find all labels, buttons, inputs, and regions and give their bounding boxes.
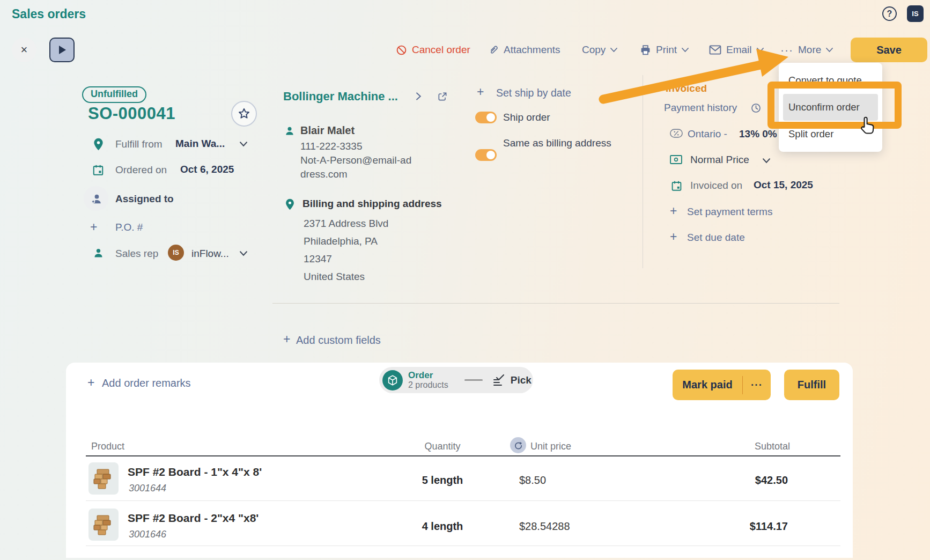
address-line: United States (304, 268, 388, 285)
star-icon (238, 107, 250, 120)
invoiced-on-value[interactable]: Oct 15, 2025 (754, 179, 813, 191)
sales-rep-value[interactable]: inFlow... (191, 248, 229, 260)
user-avatar[interactable]: IS (907, 5, 924, 22)
set-payment-terms-link[interactable]: Set payment terms (687, 206, 772, 218)
stage-connector (464, 379, 483, 381)
attachments-button[interactable]: Attachments (488, 38, 560, 62)
col-header-quantity: Quantity (400, 441, 485, 452)
highlight-rectangle-annotation (767, 82, 902, 129)
col-header-product: Product (91, 441, 124, 452)
email-button[interactable]: Email (709, 38, 764, 62)
chevron-down-icon[interactable] (240, 251, 247, 256)
plus-icon: + (90, 221, 97, 233)
refresh-price-button[interactable] (510, 437, 526, 453)
address-line: 2371 Address Blvd (304, 215, 388, 232)
plus-icon: + (477, 86, 484, 98)
play-icon (58, 45, 67, 55)
invoiced-on-label: Invoiced on (690, 180, 742, 191)
header-underline (86, 455, 840, 456)
payment-history-link[interactable]: Payment history (664, 102, 737, 114)
close-button[interactable]: × (12, 38, 36, 62)
ship-order-toggle[interactable] (475, 112, 497, 123)
quantity-cell[interactable]: 4 length (400, 520, 485, 533)
stage-pick[interactable]: Pick (511, 374, 532, 386)
product-name[interactable]: SPF #2 Board - 1"x 4"x 8' (128, 466, 262, 478)
column-divider (643, 75, 643, 268)
product-sku: 3001644 (129, 483, 166, 494)
ship-order-label: Ship order (503, 112, 550, 123)
section-divider (272, 303, 839, 304)
ellipsis-icon: ··· (780, 43, 793, 56)
favorite-button[interactable] (231, 101, 257, 127)
po-number-link[interactable]: P.O. # (115, 222, 143, 233)
contact-phone: 111-222-3335 (300, 139, 363, 153)
ordered-on-value[interactable]: Oct 6, 2025 (180, 164, 234, 175)
mark-paid-more-button[interactable]: ··· (743, 379, 771, 391)
close-icon: × (21, 43, 28, 57)
same-as-billing-label: Same as billing address (503, 137, 611, 149)
tax-scheme-link[interactable]: Ontario - (688, 128, 727, 140)
fulfill-button[interactable]: Fulfill (784, 370, 839, 400)
row-divider (86, 546, 840, 546)
clock-icon (751, 103, 761, 113)
unit-price-cell[interactable]: $28.54288 (519, 520, 570, 533)
mark-paid-button[interactable]: Mark paid ··· (673, 370, 771, 400)
stage-order[interactable]: Order 2 products (408, 370, 448, 390)
chevron-right-icon[interactable] (416, 92, 422, 100)
package-icon (382, 370, 403, 390)
customer-name[interactable]: Bollinger Machine ... (283, 90, 398, 104)
invoiced-status: Invoiced (666, 83, 707, 94)
plus-icon: + (670, 231, 677, 243)
ordered-on-label: Ordered on (115, 164, 167, 176)
page-title: Sales orders (12, 7, 86, 21)
chevron-down-icon[interactable] (240, 142, 247, 147)
assigned-to-button[interactable] (84, 186, 108, 211)
plus-icon: + (87, 377, 94, 389)
unit-price-cell[interactable]: $8.50 (519, 474, 546, 487)
printer-icon (640, 45, 651, 56)
product-thumbnail (88, 509, 119, 541)
help-button[interactable]: ? (882, 6, 897, 21)
contact-email: Not-A-Person@email-address.com (300, 153, 412, 181)
address-title: Billing and shipping address (302, 198, 442, 210)
order-progress-bar: Order 2 products Pick (379, 367, 533, 393)
add-order-remarks-link[interactable]: Add order remarks (102, 377, 191, 389)
address-line: Philadelphia, PA (304, 232, 388, 250)
location-pin-icon (285, 198, 295, 212)
cancel-order-button[interactable]: Cancel order (396, 38, 470, 62)
pricing-scheme[interactable]: Normal Price (690, 154, 749, 166)
play-button[interactable] (49, 38, 75, 62)
address-line: 12347 (304, 250, 388, 268)
chevron-down-icon[interactable] (763, 158, 770, 164)
person-plus-icon (90, 193, 102, 205)
fulfill-from-value[interactable]: Main Wa... (175, 138, 225, 150)
print-button[interactable]: Print (640, 38, 689, 62)
col-header-unit-price: Unit price (530, 441, 571, 452)
lumber-image (92, 466, 115, 491)
copy-button[interactable]: Copy (582, 38, 617, 62)
plus-icon: + (670, 205, 677, 217)
paperclip-icon (488, 44, 499, 56)
envelope-icon (709, 45, 721, 55)
chevron-down-icon (610, 48, 617, 53)
location-pin-icon (93, 138, 104, 153)
set-ship-by-date-link[interactable]: Set ship by date (496, 87, 571, 99)
subtotal-cell: $42.50 (681, 474, 788, 487)
more-button[interactable]: ··· More (780, 38, 833, 62)
product-name[interactable]: SPF #2 Board - 2"x4 "x8' (128, 512, 259, 525)
add-custom-fields-link[interactable]: Add custom fields (296, 334, 381, 347)
subtotal-cell: $114.17 (681, 520, 788, 533)
money-icon (670, 155, 682, 164)
chevron-down-icon (826, 48, 833, 53)
set-due-date-link[interactable]: Set due date (687, 232, 745, 244)
external-link-icon[interactable] (437, 91, 448, 102)
person-icon (284, 126, 295, 138)
save-button[interactable]: Save (851, 38, 927, 62)
same-as-billing-toggle[interactable] (475, 149, 497, 161)
calendar-icon (92, 164, 104, 178)
quantity-cell[interactable]: 5 length (400, 474, 485, 487)
order-number: SO-000041 (88, 104, 175, 123)
cancel-icon (396, 45, 407, 56)
tax-rates: 13% 0% (739, 128, 777, 140)
assigned-to-label[interactable]: Assigned to (115, 193, 174, 205)
